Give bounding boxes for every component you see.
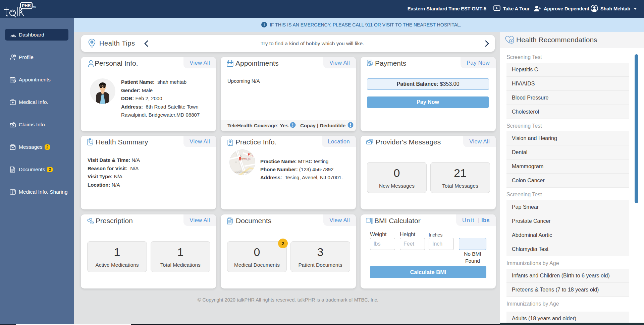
- svg-text:PHR: PHR: [22, 3, 31, 8]
- svg-text:APATHY CAFE: APATHY CAFE: [234, 171, 248, 173]
- svg-text:MTBC, Inc.: MTBC, Inc.: [242, 158, 251, 160]
- svg-text:TM: TM: [33, 6, 36, 8]
